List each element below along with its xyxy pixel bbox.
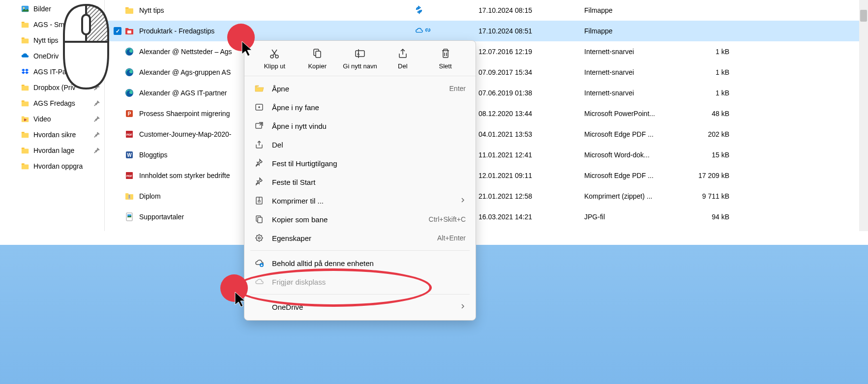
folder-red-icon bbox=[124, 26, 134, 36]
image-icon bbox=[21, 4, 30, 13]
file-list: Nytt tips 17.10.2024 08:15 Filmappe Prod… bbox=[105, 0, 868, 231]
properties-icon bbox=[254, 233, 264, 243]
file-size: 94 kB bbox=[690, 213, 739, 221]
menu-item-label: OneDrive bbox=[272, 303, 460, 311]
share-button[interactable]: Del bbox=[386, 48, 420, 70]
link-icon bbox=[423, 26, 432, 36]
menu-shortcut: Ctrl+Skift+C bbox=[429, 215, 466, 223]
file-date: 17.10.2024 08:15 bbox=[479, 6, 584, 14]
tool-label: Kopier bbox=[308, 62, 327, 70]
svg-text:A: A bbox=[357, 52, 360, 56]
file-row[interactable]: P Prosess Shaerpoint migrering 08.12.202… bbox=[105, 103, 868, 124]
scrollbar[interactable] bbox=[859, 0, 868, 231]
file-type: Microsoft Word-dok... bbox=[584, 151, 690, 159]
file-row[interactable]: Nytt tips 17.10.2024 08:15 Filmappe bbox=[105, 0, 868, 21]
menu-item-label: Åpne i ny fane bbox=[272, 103, 466, 112]
pin-icon bbox=[93, 116, 100, 122]
context-menu-item[interactable]: Komprimer til ... bbox=[244, 191, 476, 210]
context-menu-item[interactable]: Åpne i nytt vindu bbox=[244, 117, 476, 135]
context-menu-item[interactable]: OneDrive bbox=[244, 297, 476, 316]
file-row[interactable]: PDF Customer-Journey-Map-2020- 04.01.202… bbox=[105, 124, 868, 145]
rename-button[interactable]: A Gi nytt navn bbox=[343, 48, 377, 70]
file-checkbox[interactable] bbox=[114, 27, 121, 35]
zip-icon bbox=[124, 191, 134, 201]
sidebar-item[interactable]: Hvordan sikre bbox=[0, 127, 104, 143]
context-menu-item[interactable]: Del bbox=[244, 135, 476, 154]
tool-label: Klipp ut bbox=[264, 62, 285, 70]
edge-icon bbox=[124, 67, 134, 77]
tool-label: Slett bbox=[439, 62, 452, 70]
file-row[interactable]: Alexander @ Ags-gruppen AS 07.09.2017 15… bbox=[105, 62, 868, 83]
menu-item-label: Åpne i nytt vindu bbox=[272, 122, 466, 130]
file-date: 08.12.2020 13:44 bbox=[479, 110, 584, 118]
context-menu-item[interactable]: Åpne Enter bbox=[244, 79, 476, 98]
mouse-illustration bbox=[59, 0, 113, 98]
svg-text:PDF: PDF bbox=[126, 175, 132, 177]
copy-icon bbox=[311, 48, 323, 59]
pin-icon bbox=[93, 131, 100, 138]
sidebar-item[interactable]: Video bbox=[0, 111, 104, 127]
file-size: 9 711 kB bbox=[690, 192, 739, 200]
share-alt-icon bbox=[254, 140, 264, 149]
file-row[interactable]: W Bloggtips 11.01.2021 12:41 Microsoft W… bbox=[105, 145, 868, 165]
sidebar-item-label: Video bbox=[33, 115, 91, 123]
sidebar-item-label: Hvordan sikre bbox=[33, 131, 91, 139]
file-row[interactable]: PDF Innholdet som styrker bedrifte 12.01… bbox=[105, 165, 868, 186]
edge-icon bbox=[124, 88, 134, 98]
file-size: 15 kB bbox=[690, 151, 739, 159]
cloud-icon bbox=[254, 277, 264, 287]
jpg-icon bbox=[124, 212, 134, 222]
file-row[interactable]: Produktark - Fredagstips 17.10.2024 08:5… bbox=[105, 21, 868, 41]
folder-icon bbox=[21, 99, 30, 108]
copy-button[interactable]: Kopier bbox=[300, 48, 334, 70]
file-size: 1 kB bbox=[690, 68, 739, 76]
tool-label: Del bbox=[398, 62, 408, 70]
file-date: 04.01.2021 13:53 bbox=[479, 130, 584, 138]
delete-button[interactable]: Slett bbox=[428, 48, 463, 70]
word-icon: W bbox=[124, 150, 134, 160]
menu-item-label: Åpne bbox=[272, 85, 449, 93]
file-size: 202 kB bbox=[690, 130, 739, 138]
file-name: Produktark - Fredagstips bbox=[139, 27, 415, 35]
file-row[interactable]: Supportavtaler 16.03.2021 14:21 JPG-fil … bbox=[105, 207, 868, 227]
scrollbar-thumb[interactable] bbox=[860, 10, 867, 22]
context-menu-item[interactable]: Åpne i ny fane bbox=[244, 98, 476, 117]
file-row[interactable]: Diplom 21.01.2021 12:58 Komprimert (zipp… bbox=[105, 186, 868, 207]
context-menu-item[interactable]: Feste til Start bbox=[244, 173, 476, 191]
file-status bbox=[415, 5, 479, 16]
sidebar-item[interactable]: Hvordan lage bbox=[0, 143, 104, 158]
pdf-icon: PDF bbox=[124, 129, 134, 139]
context-menu-item[interactable]: Kopier som bane Ctrl+Skift+C bbox=[244, 210, 476, 229]
menu-shortcut: Enter bbox=[449, 85, 466, 92]
file-size: 48 kB bbox=[690, 110, 739, 118]
cursor-icon bbox=[234, 291, 249, 309]
file-type: Internett-snarvei bbox=[584, 89, 690, 97]
context-menu-item[interactable]: Egenskaper Alt+Enter bbox=[244, 229, 476, 247]
file-name: Nytt tips bbox=[139, 6, 415, 14]
file-type: Filmappe bbox=[584, 6, 690, 14]
file-row[interactable]: Alexander @ Nettsteder – Ags 12.07.2016 … bbox=[105, 41, 868, 62]
delete-icon bbox=[440, 48, 451, 59]
file-type: Microsoft PowerPoint... bbox=[584, 110, 690, 118]
zip-alt-icon bbox=[254, 196, 264, 206]
svg-text:W: W bbox=[127, 152, 132, 158]
cut-button[interactable]: Klipp ut bbox=[257, 48, 292, 70]
file-date: 21.01.2021 12:58 bbox=[479, 192, 584, 200]
tool-label: Gi nytt navn bbox=[343, 62, 377, 70]
file-row[interactable]: Alexander @ AGS IT-partner 07.06.2019 01… bbox=[105, 83, 868, 103]
share-icon bbox=[397, 48, 409, 59]
svg-point-1 bbox=[23, 7, 25, 9]
chevron-right-icon bbox=[460, 303, 466, 311]
new-tab-icon bbox=[254, 102, 264, 112]
menu-shortcut: Alt+Enter bbox=[437, 234, 466, 242]
context-toolbar: Klipp ut KopierA Gi nytt navn Del Slett bbox=[244, 41, 476, 76]
context-menu-item[interactable]: Fest til Hurtigtilgang bbox=[244, 154, 476, 173]
context-menu-item[interactable]: Behold alltid på denne enheten bbox=[244, 254, 476, 272]
file-date: 07.06.2019 01:38 bbox=[479, 89, 584, 97]
context-menu-body: Åpne Enter Åpne i ny fane Åpne i nytt vi… bbox=[244, 79, 476, 316]
sidebar-item-label: AGS Fredags bbox=[33, 99, 91, 107]
svg-point-43 bbox=[258, 237, 260, 239]
menu-item-label: Egenskaper bbox=[272, 234, 437, 242]
sidebar-item[interactable]: Hvordan oppgra bbox=[0, 158, 104, 174]
video-folder-icon bbox=[21, 115, 30, 123]
